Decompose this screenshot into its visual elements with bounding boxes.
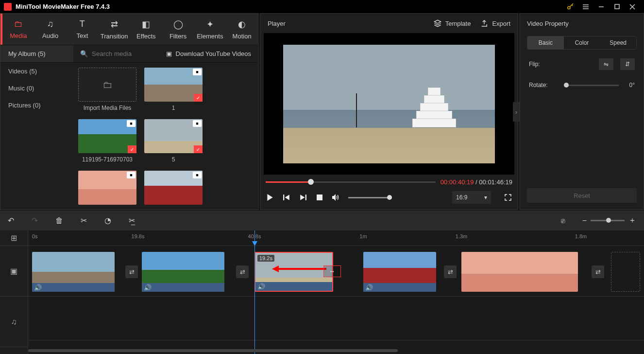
volume-slider[interactable] — [348, 197, 392, 198]
prop-tab-color[interactable]: Color — [564, 36, 600, 49]
template-button[interactable]: Template — [434, 19, 471, 27]
tool-tabs: 🗀Media ♫Audio TText ⇄Transition ◧Effects… — [0, 14, 258, 45]
template-icon — [434, 19, 441, 27]
timeline-scrollbar[interactable] — [28, 349, 644, 353]
transition-slot[interactable]: ⇄ — [236, 266, 249, 278]
volume-thumb[interactable] — [387, 195, 392, 200]
media-item[interactable]: ■ — [144, 171, 203, 205]
preview-frame — [283, 45, 495, 163]
audio-track[interactable] — [28, 297, 644, 340]
stop-button[interactable] — [315, 193, 324, 202]
preview-viewport[interactable] — [264, 33, 514, 175]
scrollbar-thumb[interactable] — [28, 349, 398, 352]
add-clip-placeholder[interactable] — [611, 252, 640, 292]
search-input[interactable] — [92, 50, 150, 57]
timeline-clip[interactable]: 🔊 — [363, 252, 436, 292]
tab-elements[interactable]: ✦Elements — [194, 14, 226, 45]
snap-button[interactable]: ⎚ — [561, 217, 565, 225]
media-thumb[interactable]: ■ — [78, 171, 136, 205]
time-ruler[interactable]: 0s 19.8s 40.8s 1m 1.3m 1.8m — [28, 230, 644, 246]
timeline-clip[interactable] — [461, 252, 578, 292]
resize-h-icon: ↔ — [329, 268, 335, 275]
close-button[interactable] — [625, 0, 640, 13]
flip-vertical-button[interactable]: ⇵ — [620, 58, 635, 70]
scrub-thumb[interactable] — [308, 179, 314, 185]
track-headers: ⊞ ▣ ♫ — [0, 230, 28, 354]
cat-videos[interactable]: Videos (5) — [0, 63, 73, 80]
media-item[interactable]: ■✓ 1 — [144, 68, 203, 111]
maximize-button[interactable] — [609, 0, 625, 13]
tab-audio[interactable]: ♫Audio — [34, 14, 67, 45]
undo-button[interactable]: ↶ — [8, 216, 14, 225]
media-thumb[interactable]: ■✓ — [144, 68, 203, 102]
collapse-properties-button[interactable]: › — [513, 102, 520, 122]
speed-button[interactable]: ◔ — [104, 216, 111, 225]
rotate-thumb[interactable] — [564, 83, 569, 88]
media-item[interactable]: ■✓ 119195-716970703 — [78, 119, 136, 163]
download-youtube-button[interactable]: ▣ Download YouTube Videos — [166, 50, 258, 57]
timeline-clip[interactable]: 🔊 — [32, 252, 115, 292]
timeline-clip[interactable]: 🔊 — [142, 252, 224, 292]
playhead[interactable] — [254, 230, 255, 354]
media-thumb[interactable]: ■✓ — [144, 119, 203, 153]
cat-pictures[interactable]: Pictures (0) — [0, 97, 73, 114]
volume-icon[interactable] — [332, 193, 340, 202]
zoom-in-button[interactable]: ＋ — [628, 215, 636, 226]
zoom-slider[interactable] — [591, 220, 625, 221]
tab-media[interactable]: 🗀Media — [2, 14, 34, 45]
tab-motion[interactable]: ◐Motion — [226, 14, 258, 45]
video-track-header[interactable]: ▣ — [0, 246, 28, 297]
zoom-thumb[interactable] — [606, 218, 611, 223]
media-thumb[interactable]: ■ — [144, 171, 203, 205]
add-track-button[interactable]: ⊞ — [0, 230, 28, 246]
timeline-body[interactable]: 0s 19.8s 40.8s 1m 1.3m 1.8m 🔊 ⇄ 🔊 ⇄ 🔊 — [28, 230, 644, 354]
rotate-slider[interactable] — [564, 85, 619, 86]
clip-duration: 19.2s — [257, 255, 274, 262]
scrub-bar[interactable]: 00:00:40:19 / 00:01:46:19 — [266, 177, 512, 186]
media-item[interactable]: ■ — [78, 171, 136, 205]
play-button[interactable] — [266, 193, 274, 202]
player-header: Player Template Export — [261, 14, 517, 33]
rotate-row: Rotate: 0° — [520, 76, 644, 94]
video-badge-icon: ■ — [127, 120, 136, 127]
delete-button[interactable]: 🗑 — [55, 216, 63, 225]
tab-effects[interactable]: ◧Effects — [130, 14, 162, 45]
media-thumb[interactable]: ■✓ — [78, 119, 136, 153]
split-button[interactable]: ✂ — [81, 216, 87, 225]
reset-button[interactable]: Reset — [527, 188, 637, 203]
scrub-track[interactable] — [266, 181, 436, 183]
tab-filters[interactable]: ◯Filters — [162, 14, 194, 45]
prop-tab-speed[interactable]: Speed — [600, 36, 636, 49]
transition-slot[interactable]: ⇄ — [444, 266, 457, 278]
import-media-cell[interactable]: 🗀 Import Media Files — [78, 68, 136, 111]
tab-text[interactable]: TText — [66, 14, 98, 45]
export-button[interactable]: Export — [480, 19, 510, 27]
zoom-out-button[interactable]: − — [582, 216, 587, 225]
audio-track-header[interactable]: ♫ — [0, 297, 28, 347]
video-track[interactable]: 🔊 ⇄ 🔊 ⇄ 🔊 19.2s ↔ — [28, 246, 644, 297]
transition-icon: ⇄ — [129, 268, 135, 276]
hamburger-menu-icon[interactable] — [578, 0, 593, 13]
prev-frame-button[interactable] — [282, 193, 291, 202]
prop-tab-basic[interactable]: Basic — [527, 36, 564, 49]
import-placeholder[interactable]: 🗀 — [78, 68, 136, 102]
next-frame-button[interactable] — [299, 193, 307, 202]
transition-slot[interactable]: ⇄ — [592, 266, 604, 278]
crop-button[interactable]: ✂̲ — [129, 216, 135, 225]
tab-transition[interactable]: ⇄Transition — [98, 14, 130, 45]
fullscreen-button[interactable] — [504, 193, 512, 202]
license-key-icon[interactable] — [562, 0, 578, 13]
timeline: ⊞ ▣ ♫ 0s 19.8s 40.8s 1m 1.3m 1.8m 🔊 ⇄ 🔊 … — [0, 230, 644, 354]
checkmark-icon: ✓ — [128, 145, 136, 153]
cat-music[interactable]: Music (0) — [0, 80, 73, 97]
media-item[interactable]: ■✓ 5 — [144, 119, 203, 163]
svg-rect-4 — [317, 195, 322, 200]
trim-handle-annotation[interactable]: ↔ — [323, 266, 341, 277]
redo-button[interactable]: ↷ — [32, 216, 38, 225]
minimize-button[interactable] — [593, 0, 609, 13]
transition-slot[interactable]: ⇄ — [125, 266, 138, 278]
timeline-clip-selected[interactable]: 🔊 19.2s — [254, 252, 333, 292]
my-album-category[interactable]: My Album (5) — [0, 45, 73, 62]
flip-horizontal-button[interactable]: ⇋ — [599, 58, 613, 70]
aspect-select[interactable]: 16:9 ▾ — [452, 191, 491, 204]
